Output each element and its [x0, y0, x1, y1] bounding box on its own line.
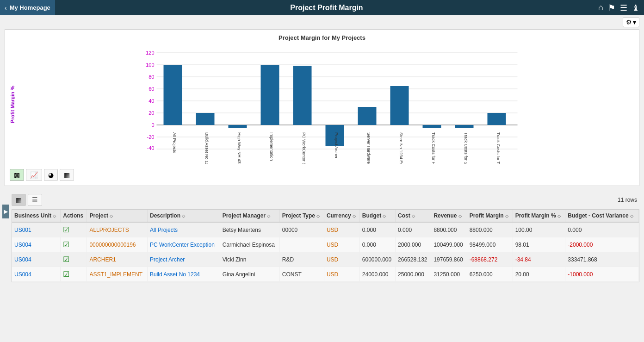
header-icons: ⌂ ⚑ ☰ ♝ [598, 3, 644, 13]
list-view-button[interactable]: ☰ [28, 194, 42, 206]
check-circle-icon: ☑ [63, 241, 69, 249]
check-circle-icon: ☑ [63, 226, 69, 234]
chart-type-pie-button[interactable]: ◕ [44, 169, 58, 181]
cell-business-unit[interactable]: US004 [12, 237, 61, 252]
page-title: Project Profit Margin [55, 4, 598, 12]
grid-view-button[interactable]: ▦ [12, 194, 26, 206]
settings-button[interactable]: ⚙ ▾ [623, 17, 639, 27]
col-revenue[interactable]: Revenue ◇ [431, 210, 467, 222]
bar-buildasset[interactable] [196, 113, 215, 125]
col-project-type[interactable]: Project Type ◇ [279, 210, 324, 222]
user-icon[interactable]: ♝ [632, 3, 639, 13]
cell-currency[interactable]: USD [324, 237, 359, 252]
col-profit-margin-pct[interactable]: Profit Margin % ◇ [513, 210, 565, 222]
chart-type-bar-button[interactable]: ▩ [10, 169, 24, 181]
sort-icon: ◇ [353, 214, 356, 218]
menu-icon[interactable]: ☰ [620, 3, 627, 13]
table-row: US004 ☑ ARCHER1 Project Archer Vicki Zin… [12, 252, 639, 267]
chart-type-table-button[interactable]: ▦ [60, 169, 74, 181]
sort-icon: ◇ [182, 214, 185, 218]
svg-text:High Way NH 4321 Construction: High Way NH 4321 Construction [237, 132, 242, 164]
table-section-wrapper: ▶ ▦ ☰ 11 rows Business Unit ◇ Actions [12, 191, 639, 282]
cell-business-unit[interactable]: US004 [12, 252, 61, 267]
svg-text:PC WorkCenter Exception: PC WorkCenter Exception [302, 132, 306, 164]
svg-text:40: 40 [149, 98, 154, 104]
col-manager[interactable]: Project Manager ◇ [220, 210, 279, 222]
svg-text:Build Asset No 1234: Build Asset No 1234 [204, 132, 209, 164]
cell-project[interactable]: ARCHER1 [87, 252, 148, 267]
svg-text:100: 100 [146, 62, 154, 68]
col-description[interactable]: Description ◇ [147, 210, 220, 222]
cell-budget: 600000.000 [359, 252, 395, 267]
bar-allprojects[interactable] [164, 65, 182, 125]
bar-tracktower[interactable] [488, 113, 506, 125]
bar-tracksoft[interactable] [455, 125, 474, 128]
cell-project[interactable]: 000000000000196 [87, 237, 148, 252]
col-currency[interactable]: Currency ◇ [324, 210, 359, 222]
cell-currency[interactable]: USD [324, 252, 359, 267]
bar-trackhwy[interactable] [423, 125, 441, 128]
flag-icon[interactable]: ⚑ [608, 3, 615, 13]
sort-icon: ◇ [412, 214, 415, 218]
cell-cost: 25000.000 [396, 267, 431, 282]
col-budget[interactable]: Budget ◇ [359, 210, 395, 222]
cell-revenue: 8800.000 [431, 222, 467, 237]
sort-icon: ◇ [557, 214, 561, 218]
cell-business-unit[interactable]: US004 [12, 267, 61, 282]
sort-icon: ◇ [267, 214, 270, 218]
left-panel-toggle[interactable]: ▶ [2, 205, 9, 218]
svg-text:Implementation: Implementation [269, 132, 274, 161]
col-budget-cost-var[interactable]: Budget - Cost Variance ◇ [565, 210, 639, 222]
back-button[interactable]: ‹ My Homepage [0, 0, 55, 15]
cell-description[interactable]: Project Archer [147, 252, 220, 267]
sort-icon: ◇ [110, 214, 113, 218]
bar-pcworkcenter[interactable] [293, 66, 312, 125]
bar-store[interactable] [390, 86, 409, 125]
cell-description[interactable]: Build Asset No 1234 [147, 267, 220, 282]
svg-text:All Projects: All Projects [172, 132, 177, 154]
cell-business-unit[interactable]: US001 [12, 222, 61, 237]
gear-icon: ⚙ [626, 19, 632, 26]
bar-highway[interactable] [229, 125, 247, 128]
col-cost[interactable]: Cost ◇ [396, 210, 431, 222]
settings-row: ⚙ ▾ [0, 15, 644, 29]
bar-server[interactable] [358, 107, 377, 125]
cell-profit-margin: 8800.000 [467, 222, 513, 237]
cell-profit-margin: 98499.000 [467, 237, 513, 252]
svg-text:Server Hardware Upgrade: Server Hardware Upgrade [366, 132, 371, 164]
chart-inner: 120 100 80 60 40 20 0 -20 -40 [21, 44, 634, 165]
cell-description[interactable]: All Projects [147, 222, 220, 237]
cell-profit-margin: -68868.272 [467, 252, 513, 267]
chart-type-line-button[interactable]: 📈 [26, 169, 42, 181]
bar-implementation[interactable] [261, 65, 279, 125]
col-business-unit[interactable]: Business Unit ◇ [12, 210, 61, 222]
cell-profit-margin-pct: -34.84 [513, 252, 565, 267]
cell-revenue: 100499.000 [431, 237, 467, 252]
sort-icon: ◇ [383, 214, 386, 218]
cell-budget-cost-var: 333471.868 [565, 252, 639, 267]
right-arrow-icon: ▶ [4, 208, 8, 215]
cell-description[interactable]: PC WorkCenter Exception [147, 237, 220, 252]
sort-icon: ◇ [458, 214, 462, 218]
cell-currency[interactable]: USD [324, 267, 359, 282]
cell-project-type: R&D [279, 252, 324, 267]
cell-cost: 2000.000 [396, 237, 431, 252]
home-icon[interactable]: ⌂ [598, 3, 603, 12]
cell-project[interactable]: ALLPROJECTS [87, 222, 148, 237]
cell-currency[interactable]: USD [324, 222, 359, 237]
col-actions: Actions [61, 210, 87, 222]
cell-budget: 0.000 [359, 222, 395, 237]
svg-text:Store No 1234 Expansion: Store No 1234 Expansion [399, 132, 403, 164]
svg-text:Track Costs for Tower A 1234: Track Costs for Tower A 1234 [496, 132, 501, 164]
cell-actions: ☑ [61, 267, 87, 282]
cell-project[interactable]: ASST1_IMPLEMENT [87, 267, 148, 282]
col-project[interactable]: Project ◇ [87, 210, 148, 222]
svg-text:-20: -20 [147, 134, 155, 140]
sort-icon: ◇ [630, 214, 633, 218]
cell-budget: 24000.000 [359, 267, 395, 282]
col-profit-margin[interactable]: Profit Margin ◇ [467, 210, 513, 222]
y-axis-label: Profit Margin % [10, 44, 19, 165]
chart-svg: 120 100 80 60 40 20 0 -20 -40 [21, 44, 634, 164]
check-circle-icon: ☑ [63, 255, 69, 263]
header: ‹ My Homepage Project Profit Margin ⌂ ⚑ … [0, 0, 644, 15]
